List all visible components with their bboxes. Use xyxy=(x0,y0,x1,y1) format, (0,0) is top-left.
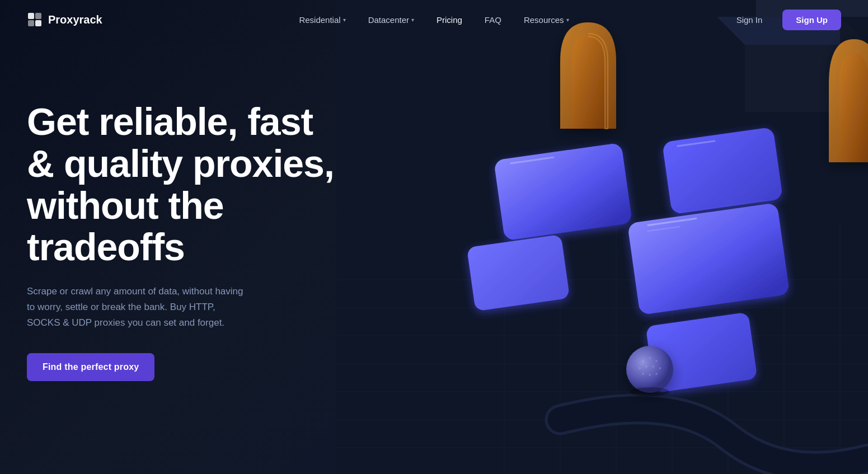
logo-text: Proxyrack xyxy=(48,13,102,26)
nav-links: Residential ▾ Datacenter ▾ Pricing FAQ R… xyxy=(290,11,578,29)
cta-button[interactable]: Find the perfect proxy xyxy=(27,353,154,381)
hero-subtitle: Scrape or crawl any amount of data, with… xyxy=(27,284,251,331)
svg-rect-3 xyxy=(35,20,41,26)
svg-point-34 xyxy=(649,357,651,359)
svg-point-39 xyxy=(659,367,661,369)
nav-datacenter[interactable]: Datacenter ▾ xyxy=(359,11,423,29)
hero-section: Proxyrack Residential ▾ Datacenter ▾ Pri… xyxy=(0,0,868,474)
svg-point-36 xyxy=(639,367,641,369)
navbar: Proxyrack Residential ▾ Datacenter ▾ Pri… xyxy=(0,0,868,39)
nav-resources[interactable]: Resources ▾ xyxy=(515,11,578,29)
signin-button[interactable]: Sign In xyxy=(725,11,774,29)
svg-point-32 xyxy=(626,346,673,393)
svg-rect-2 xyxy=(28,20,34,26)
svg-rect-27 xyxy=(467,234,570,312)
nav-residential[interactable]: Residential ▾ xyxy=(290,11,354,29)
hero-content: Get reliable, fast & quality proxies, wi… xyxy=(27,101,340,381)
svg-point-33 xyxy=(642,360,644,362)
chevron-down-icon: ▾ xyxy=(343,17,346,23)
svg-rect-0 xyxy=(28,13,34,19)
svg-rect-1 xyxy=(35,13,41,19)
hero-title: Get reliable, fast & quality proxies, wi… xyxy=(27,101,340,268)
svg-point-42 xyxy=(655,373,658,375)
svg-point-40 xyxy=(642,373,644,375)
svg-point-37 xyxy=(645,365,648,368)
logo[interactable]: Proxyrack xyxy=(27,12,102,27)
svg-point-41 xyxy=(649,374,651,376)
nav-actions: Sign In Sign Up xyxy=(725,10,841,30)
svg-point-38 xyxy=(652,365,654,368)
svg-point-35 xyxy=(655,360,658,362)
signup-button[interactable]: Sign Up xyxy=(782,10,841,30)
nav-pricing[interactable]: Pricing xyxy=(428,11,471,29)
svg-rect-25 xyxy=(662,127,783,215)
chevron-down-icon: ▾ xyxy=(411,17,414,23)
logo-icon xyxy=(27,12,43,27)
chevron-down-icon: ▾ xyxy=(566,17,569,23)
svg-point-43 xyxy=(630,387,669,396)
hero-illustration xyxy=(336,0,868,474)
nav-faq[interactable]: FAQ xyxy=(476,11,510,29)
